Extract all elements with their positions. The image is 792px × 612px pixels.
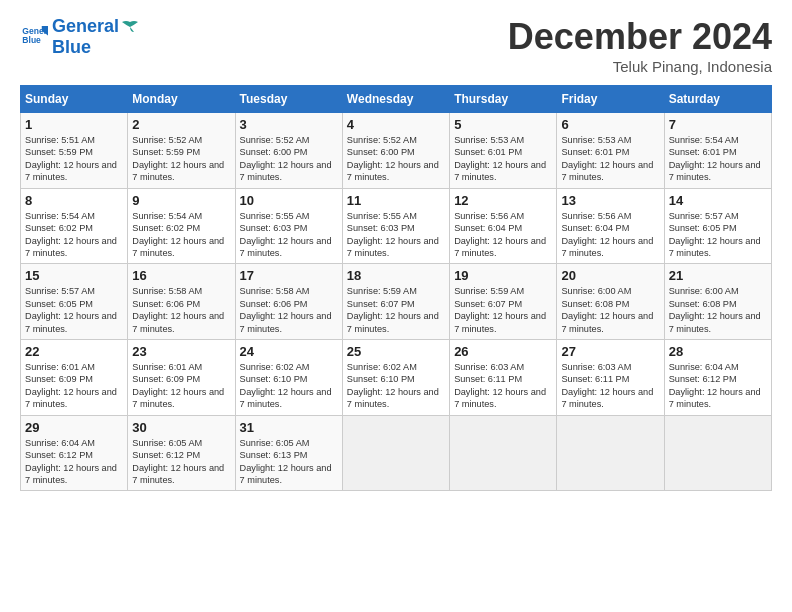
day-number: 13 [561, 193, 659, 208]
logo-icon: General Blue [20, 23, 48, 51]
calendar-table: SundayMondayTuesdayWednesdayThursdayFrid… [20, 85, 772, 491]
calendar-cell: 27Sunrise: 6:03 AMSunset: 6:11 PMDayligh… [557, 340, 664, 416]
calendar-cell: 2Sunrise: 5:52 AMSunset: 5:59 PMDaylight… [128, 113, 235, 189]
day-info: Sunrise: 5:55 AMSunset: 6:03 PMDaylight:… [240, 210, 338, 260]
day-number: 29 [25, 420, 123, 435]
day-info: Sunrise: 5:51 AMSunset: 5:59 PMDaylight:… [25, 134, 123, 184]
calendar-cell: 25Sunrise: 6:02 AMSunset: 6:10 PMDayligh… [342, 340, 449, 416]
day-info: Sunrise: 5:55 AMSunset: 6:03 PMDaylight:… [347, 210, 445, 260]
day-info: Sunrise: 6:03 AMSunset: 6:11 PMDaylight:… [561, 361, 659, 411]
weekday-header-monday: Monday [128, 86, 235, 113]
logo-bird-icon [120, 20, 140, 34]
calendar-cell: 12Sunrise: 5:56 AMSunset: 6:04 PMDayligh… [450, 188, 557, 264]
day-info: Sunrise: 5:52 AMSunset: 6:00 PMDaylight:… [240, 134, 338, 184]
day-number: 11 [347, 193, 445, 208]
weekday-header-sunday: Sunday [21, 86, 128, 113]
day-info: Sunrise: 5:54 AMSunset: 6:01 PMDaylight:… [669, 134, 767, 184]
calendar-cell: 31Sunrise: 6:05 AMSunset: 6:13 PMDayligh… [235, 415, 342, 491]
day-info: Sunrise: 5:58 AMSunset: 6:06 PMDaylight:… [132, 285, 230, 335]
day-info: Sunrise: 5:57 AMSunset: 6:05 PMDaylight:… [669, 210, 767, 260]
calendar-cell: 4Sunrise: 5:52 AMSunset: 6:00 PMDaylight… [342, 113, 449, 189]
calendar-cell: 16Sunrise: 5:58 AMSunset: 6:06 PMDayligh… [128, 264, 235, 340]
calendar-cell [450, 415, 557, 491]
day-info: Sunrise: 5:57 AMSunset: 6:05 PMDaylight:… [25, 285, 123, 335]
calendar-cell: 22Sunrise: 6:01 AMSunset: 6:09 PMDayligh… [21, 340, 128, 416]
weekday-header-row: SundayMondayTuesdayWednesdayThursdayFrid… [21, 86, 772, 113]
weekday-header-wednesday: Wednesday [342, 86, 449, 113]
calendar-cell: 14Sunrise: 5:57 AMSunset: 6:05 PMDayligh… [664, 188, 771, 264]
calendar-cell: 5Sunrise: 5:53 AMSunset: 6:01 PMDaylight… [450, 113, 557, 189]
day-info: Sunrise: 6:01 AMSunset: 6:09 PMDaylight:… [25, 361, 123, 411]
day-info: Sunrise: 5:59 AMSunset: 6:07 PMDaylight:… [347, 285, 445, 335]
day-info: Sunrise: 5:54 AMSunset: 6:02 PMDaylight:… [25, 210, 123, 260]
day-number: 28 [669, 344, 767, 359]
weekday-header-saturday: Saturday [664, 86, 771, 113]
weekday-header-friday: Friday [557, 86, 664, 113]
calendar-cell: 15Sunrise: 5:57 AMSunset: 6:05 PMDayligh… [21, 264, 128, 340]
calendar-cell [342, 415, 449, 491]
calendar-cell: 24Sunrise: 6:02 AMSunset: 6:10 PMDayligh… [235, 340, 342, 416]
calendar-cell: 1Sunrise: 5:51 AMSunset: 5:59 PMDaylight… [21, 113, 128, 189]
day-number: 4 [347, 117, 445, 132]
month-title: December 2024 [508, 16, 772, 58]
day-info: Sunrise: 6:04 AMSunset: 6:12 PMDaylight:… [669, 361, 767, 411]
day-number: 1 [25, 117, 123, 132]
day-info: Sunrise: 5:56 AMSunset: 6:04 PMDaylight:… [561, 210, 659, 260]
calendar-cell: 3Sunrise: 5:52 AMSunset: 6:00 PMDaylight… [235, 113, 342, 189]
calendar-cell: 10Sunrise: 5:55 AMSunset: 6:03 PMDayligh… [235, 188, 342, 264]
day-number: 26 [454, 344, 552, 359]
day-info: Sunrise: 6:05 AMSunset: 6:13 PMDaylight:… [240, 437, 338, 487]
calendar-cell: 11Sunrise: 5:55 AMSunset: 6:03 PMDayligh… [342, 188, 449, 264]
day-info: Sunrise: 6:01 AMSunset: 6:09 PMDaylight:… [132, 361, 230, 411]
calendar-cell: 18Sunrise: 5:59 AMSunset: 6:07 PMDayligh… [342, 264, 449, 340]
weekday-header-tuesday: Tuesday [235, 86, 342, 113]
week-row-3: 15Sunrise: 5:57 AMSunset: 6:05 PMDayligh… [21, 264, 772, 340]
calendar-cell: 20Sunrise: 6:00 AMSunset: 6:08 PMDayligh… [557, 264, 664, 340]
day-number: 12 [454, 193, 552, 208]
day-number: 19 [454, 268, 552, 283]
day-number: 22 [25, 344, 123, 359]
day-info: Sunrise: 5:53 AMSunset: 6:01 PMDaylight:… [454, 134, 552, 184]
day-number: 25 [347, 344, 445, 359]
day-info: Sunrise: 6:05 AMSunset: 6:12 PMDaylight:… [132, 437, 230, 487]
svg-text:Blue: Blue [22, 35, 41, 45]
calendar-cell: 6Sunrise: 5:53 AMSunset: 6:01 PMDaylight… [557, 113, 664, 189]
calendar-cell: 13Sunrise: 5:56 AMSunset: 6:04 PMDayligh… [557, 188, 664, 264]
day-number: 3 [240, 117, 338, 132]
day-number: 8 [25, 193, 123, 208]
day-number: 2 [132, 117, 230, 132]
calendar-cell: 19Sunrise: 5:59 AMSunset: 6:07 PMDayligh… [450, 264, 557, 340]
week-row-5: 29Sunrise: 6:04 AMSunset: 6:12 PMDayligh… [21, 415, 772, 491]
calendar-cell [557, 415, 664, 491]
day-info: Sunrise: 5:54 AMSunset: 6:02 PMDaylight:… [132, 210, 230, 260]
day-info: Sunrise: 6:00 AMSunset: 6:08 PMDaylight:… [561, 285, 659, 335]
day-info: Sunrise: 6:04 AMSunset: 6:12 PMDaylight:… [25, 437, 123, 487]
week-row-4: 22Sunrise: 6:01 AMSunset: 6:09 PMDayligh… [21, 340, 772, 416]
day-info: Sunrise: 6:02 AMSunset: 6:10 PMDaylight:… [347, 361, 445, 411]
day-number: 30 [132, 420, 230, 435]
calendar-cell: 23Sunrise: 6:01 AMSunset: 6:09 PMDayligh… [128, 340, 235, 416]
calendar-cell: 26Sunrise: 6:03 AMSunset: 6:11 PMDayligh… [450, 340, 557, 416]
day-info: Sunrise: 5:52 AMSunset: 6:00 PMDaylight:… [347, 134, 445, 184]
logo: General Blue General Blue [20, 16, 141, 58]
header: General Blue General Blue December 2024 … [20, 16, 772, 75]
calendar-cell: 8Sunrise: 5:54 AMSunset: 6:02 PMDaylight… [21, 188, 128, 264]
day-info: Sunrise: 5:53 AMSunset: 6:01 PMDaylight:… [561, 134, 659, 184]
weekday-header-thursday: Thursday [450, 86, 557, 113]
day-info: Sunrise: 6:03 AMSunset: 6:11 PMDaylight:… [454, 361, 552, 411]
logo-general: General [52, 16, 119, 37]
calendar-cell: 9Sunrise: 5:54 AMSunset: 6:02 PMDaylight… [128, 188, 235, 264]
week-row-2: 8Sunrise: 5:54 AMSunset: 6:02 PMDaylight… [21, 188, 772, 264]
day-number: 21 [669, 268, 767, 283]
day-number: 31 [240, 420, 338, 435]
day-info: Sunrise: 5:52 AMSunset: 5:59 PMDaylight:… [132, 134, 230, 184]
day-info: Sunrise: 5:56 AMSunset: 6:04 PMDaylight:… [454, 210, 552, 260]
calendar-cell: 21Sunrise: 6:00 AMSunset: 6:08 PMDayligh… [664, 264, 771, 340]
day-info: Sunrise: 6:00 AMSunset: 6:08 PMDaylight:… [669, 285, 767, 335]
day-number: 10 [240, 193, 338, 208]
day-number: 24 [240, 344, 338, 359]
location-title: Teluk Pinang, Indonesia [508, 58, 772, 75]
day-number: 5 [454, 117, 552, 132]
calendar-cell: 7Sunrise: 5:54 AMSunset: 6:01 PMDaylight… [664, 113, 771, 189]
day-info: Sunrise: 6:02 AMSunset: 6:10 PMDaylight:… [240, 361, 338, 411]
